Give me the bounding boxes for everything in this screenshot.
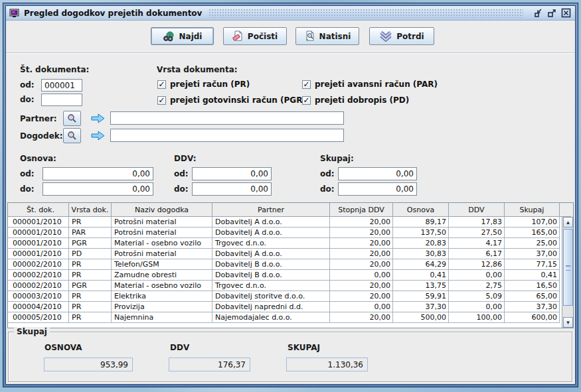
table-cell: Najemnina [112, 312, 212, 323]
table-cell: 000001/2010 [8, 238, 69, 249]
skupaj-do-input[interactable] [338, 182, 417, 196]
minimize-button[interactable] [533, 7, 544, 19]
scrollbar-thumb[interactable] [563, 229, 573, 306]
osnova-od-input[interactable] [42, 167, 153, 180]
table-cell: 37,00 [505, 249, 560, 259]
column-header[interactable]: DDV [449, 203, 505, 217]
table-cell: 20,83 [393, 238, 449, 249]
pocisti-button-label: Počisti [248, 32, 278, 41]
ddv-od-input[interactable] [192, 167, 272, 180]
dogodek-arrow-icon [91, 131, 105, 143]
table-cell: 500,00 [393, 312, 449, 323]
column-header[interactable]: Partner [212, 203, 330, 217]
checkbox-label: prejeti avansni račun (PAR) [315, 80, 438, 89]
table-cell: 000001/2010 [8, 217, 69, 228]
ddv-do-label: do: [174, 184, 189, 194]
table-row[interactable]: 000001/2010PGRMaterial - osebno voziloTr… [8, 238, 562, 249]
table-header-row: Št. dok.Vrsta dok.Naziv dogodkaPartnerSt… [8, 203, 573, 217]
double-chevron-confirm-icon [379, 31, 392, 42]
table-cell: Trgovec d.n.o. [212, 238, 330, 249]
checkbox-box-icon[interactable]: ✓ [302, 96, 311, 105]
binoculars-globe-icon [163, 31, 175, 42]
title-bar[interactable]: Pregled dogodkov prejetih dokumentov [6, 6, 575, 21]
table-row[interactable]: 000002/2010PRZamudne obrestiDobavitelj B… [8, 270, 562, 281]
table-row[interactable]: 000004/2010PRProvizijaDobavitelj napredn… [8, 302, 562, 312]
toolbar-separator [6, 52, 575, 54]
partner-input[interactable] [110, 111, 344, 125]
table-cell: Zamudne obresti [112, 270, 212, 281]
table-cell: PGR [69, 281, 112, 291]
table-cell: 0,41 [505, 270, 560, 281]
najdi-button[interactable]: Najdi [151, 27, 214, 45]
document-number-od-input[interactable] [41, 79, 82, 92]
total-skupaj-value: 1.130,36 [286, 358, 368, 371]
checkbox-prejeti-gotovinski-racun[interactable]: ✓ prejeti gotovinski račun (PGR) [157, 96, 306, 105]
table-row[interactable]: 000001/2010PRPotrošni materialDobavitelj… [8, 217, 562, 228]
table-cell: 27,50 [449, 228, 505, 238]
pocisti-button[interactable]: Počisti [223, 27, 287, 45]
titlebar-grip-pattern [208, 9, 523, 18]
table-cell: 000001/2010 [8, 249, 69, 259]
skupaj-od-input[interactable] [338, 167, 417, 180]
table-cell: Material - osebno vozilo [112, 281, 212, 291]
table-row[interactable]: 000001/2010PARPotrošni materialDobavitel… [8, 228, 562, 238]
natisni-button-label: Natisni [319, 32, 351, 41]
dogodek-search-button[interactable] [63, 128, 81, 143]
app-window: Pregled dogodkov prejetih dokumentov [3, 3, 578, 387]
table-cell: 0,00 [330, 302, 393, 312]
table-cell: 59,91 [393, 291, 449, 302]
column-header[interactable]: Naziv dogodka [112, 203, 212, 217]
table-cell: 13,75 [393, 281, 449, 291]
maximize-button[interactable] [546, 7, 558, 19]
vertical-scrollbar[interactable]: ▲ ▼ [562, 217, 573, 328]
dogodek-input[interactable] [110, 129, 344, 142]
skupaj-od-label: od: [320, 169, 335, 178]
column-header[interactable]: Osnova [393, 203, 449, 217]
checkbox-box-icon[interactable]: ✓ [302, 80, 311, 89]
table-cell: PR [69, 291, 112, 302]
table-cell: 000001/2010 [8, 228, 69, 238]
partner-search-button[interactable] [63, 111, 81, 126]
checkbox-box-icon[interactable]: ✓ [157, 96, 166, 105]
osnova-do-label: do: [20, 184, 35, 194]
magnifier-icon [67, 131, 77, 141]
checkbox-prejeti-racun[interactable]: ✓ prejeti račun (PR) [157, 80, 250, 89]
scroll-down-button[interactable]: ▼ [563, 317, 573, 328]
total-ddv-value: 176,37 [169, 358, 250, 371]
document-number-do-input[interactable] [41, 94, 82, 106]
table-row[interactable]: 000001/2010PDPotrošni materialDobavitelj… [8, 249, 562, 259]
column-header[interactable]: Skupaj [505, 203, 560, 217]
table-cell: PAR [69, 228, 112, 238]
column-header[interactable]: Stopnja DDV [330, 203, 393, 217]
table-cell: PR [69, 217, 112, 228]
table-cell: PR [69, 312, 112, 323]
table-cell: 000004/2010 [8, 302, 69, 312]
scroll-up-button[interactable]: ▲ [563, 217, 573, 228]
table-row[interactable]: 000002/2010PGRMaterial - osebno voziloTr… [8, 281, 562, 291]
table-cell: 20,00 [330, 281, 393, 291]
table-cell: 20,00 [330, 291, 393, 302]
checkbox-prejeti-avansni-racun[interactable]: ✓ prejeti avansni račun (PAR) [302, 80, 438, 89]
table-body: 000001/2010PRPotrošni materialDobavitelj… [8, 217, 562, 328]
table-cell: 137,50 [393, 228, 449, 238]
content-panel: Najdi Počisti Natisni [6, 21, 575, 384]
natisni-button[interactable]: Natisni [295, 27, 359, 45]
checkbox-box-icon[interactable]: ✓ [157, 80, 166, 89]
table-cell: 000002/2010 [8, 259, 69, 270]
column-header[interactable]: Vrsta dok. [69, 203, 112, 217]
table-cell: 37,30 [393, 302, 449, 312]
close-button[interactable] [560, 7, 572, 19]
document-number-do-label: do: [20, 95, 35, 104]
table-row[interactable]: 000002/2010PRTelefon/GSMDobavitelj B d.o… [8, 259, 562, 270]
table-cell: 89,17 [393, 217, 449, 228]
checkbox-prejeti-dobropis[interactable]: ✓ prejeti dobropis (PD) [302, 96, 409, 105]
osnova-do-input[interactable] [42, 182, 153, 196]
ddv-do-input[interactable] [192, 182, 272, 196]
column-header[interactable]: Št. dok. [8, 203, 69, 217]
table-cell: 17,83 [449, 217, 505, 228]
table-row[interactable]: 000005/2010PRNajemninaNajemodajalec d.o.… [8, 312, 562, 323]
table-row[interactable]: 000003/2010PRElektrikaDobavitelj storitv… [8, 291, 562, 302]
table-cell: 25,00 [505, 238, 560, 249]
potrdi-button[interactable]: Potrdi [369, 27, 434, 45]
table-cell: Dobavitelj A d.o.o. [212, 228, 330, 238]
